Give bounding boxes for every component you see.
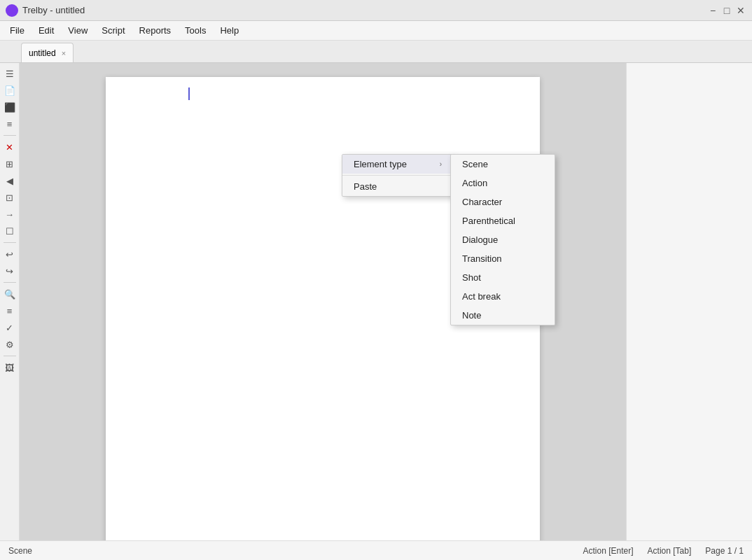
sidebar-btn-search[interactable]: 🔍 [2,286,18,302]
ctx-paste[interactable]: Paste [342,177,453,196]
sidebar-btn-settings[interactable]: ⚙ [2,337,18,352]
submenu-shot[interactable]: Shot [451,268,555,287]
sidebar-divider-3 [4,282,16,283]
submenu-dialogue[interactable]: Dialogue [451,230,555,249]
app-icon [6,4,18,17]
sidebar-divider-1 [4,135,16,136]
submenu-action[interactable]: Action [451,174,555,192]
text-cursor [188,88,190,100]
right-panel [626,63,752,540]
titlebar: Trelby - untitled − □ ✕ [0,0,752,21]
sidebar-btn-list[interactable]: ≡ [2,303,18,318]
sidebar: ☰ 📄 ⬛ ≡ ✕ ⊞ ◀ ⊡ → ☐ ↩ ↪ 🔍 ≡ ✓ ⚙ 🖼 [0,63,20,540]
window-controls: − □ ✕ [707,5,746,16]
minimize-button[interactable]: − [707,5,718,16]
menu-edit[interactable]: Edit [32,22,61,38]
sidebar-divider-2 [4,242,16,243]
submenu-act-break[interactable]: Act break [451,287,555,306]
tab-label: untitled [29,48,56,58]
ctx-element-type-label: Element type [354,159,407,169]
submenu-note[interactable]: Note [451,306,555,325]
sidebar-btn-redo[interactable]: ↪ [2,263,18,279]
ctx-paste-label: Paste [354,181,377,192]
close-button[interactable]: ✕ [735,5,746,16]
context-menu: Element type › Paste [342,154,454,197]
submenu-parenthetical[interactable]: Parenthetical [451,211,555,230]
restore-button[interactable]: □ [721,5,732,16]
sidebar-btn-9[interactable]: ☐ [2,223,18,239]
sidebar-btn-7[interactable]: ⊡ [2,190,18,205]
sidebar-btn-check[interactable]: ✓ [2,320,18,335]
tabbar: untitled × [0,41,752,63]
editor-area[interactable]: Element type › Paste Scene Action Charac… [20,63,626,540]
app-title: Trelby - untitled [22,5,707,15]
statusbar: Scene Action [Enter] Action [Tab] Page 1… [0,540,752,560]
sidebar-btn-undo[interactable]: ↩ [2,246,18,262]
sidebar-divider-4 [4,356,16,356]
status-scene: Scene [8,546,32,556]
status-action-enter: Action [Enter] [583,546,634,556]
sidebar-btn-delete[interactable]: ✕ [2,139,18,155]
menubar: File Edit View Script Reports Tools Help [0,21,752,41]
submenu-transition[interactable]: Transition [451,249,555,268]
menu-file[interactable]: File [3,22,32,38]
ctx-divider [342,175,453,176]
submenu-scene[interactable]: Scene [451,155,555,174]
document-tab[interactable]: untitled × [21,43,74,62]
main-layout: ☰ 📄 ⬛ ≡ ✕ ⊞ ◀ ⊡ → ☐ ↩ ↪ 🔍 ≡ ✓ ⚙ 🖼 Elemen… [0,63,752,540]
sidebar-btn-1[interactable]: ☰ [2,66,18,81]
element-type-submenu: Scene Action Character Parenthetical Dia… [450,154,555,326]
sidebar-btn-5[interactable]: ⊞ [2,156,18,172]
status-action-tab: Action [Tab] [648,546,692,556]
sidebar-btn-6[interactable]: ◀ [2,173,18,188]
menu-tools[interactable]: Tools [178,22,213,38]
status-page-info: Page 1 / 1 [705,546,744,556]
menu-view[interactable]: View [61,22,95,38]
sidebar-btn-3[interactable]: ⬛ [2,99,18,115]
sidebar-btn-8[interactable]: → [2,206,18,222]
menu-reports[interactable]: Reports [132,22,179,38]
menu-script[interactable]: Script [95,22,132,38]
sidebar-btn-image[interactable]: 🖼 [2,360,18,375]
status-right: Action [Enter] Action [Tab] Page 1 / 1 [583,546,744,556]
sidebar-btn-2[interactable]: 📄 [2,83,18,98]
tab-close-button[interactable]: × [62,49,66,57]
ctx-element-type[interactable]: Element type › [342,155,453,174]
menu-help[interactable]: Help [213,22,246,38]
sidebar-btn-4[interactable]: ≡ [2,116,18,132]
submenu-character[interactable]: Character [451,192,555,211]
submenu-arrow-icon: › [440,160,442,168]
